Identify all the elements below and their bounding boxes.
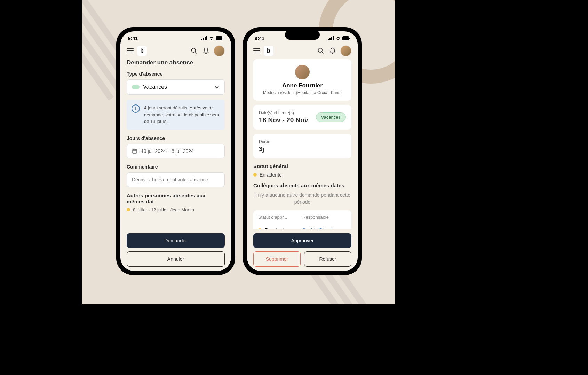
others-absent-title: Autres personnes absentes aux mêmes dat xyxy=(127,193,225,204)
svg-point-18 xyxy=(318,48,323,53)
other-absent-row: 8 juillet - 12 juillet Jean Martin xyxy=(127,207,225,212)
menu-icon[interactable] xyxy=(127,48,134,53)
approval-table: Statut d'appr... Responsable En attente … xyxy=(253,210,351,229)
svg-rect-2 xyxy=(205,37,206,40)
absence-type-select[interactable]: Vacances xyxy=(127,79,225,95)
notch xyxy=(285,30,320,40)
info-text: 4 jours seront déduits. Après votre dema… xyxy=(144,104,220,125)
app-logo[interactable]: b xyxy=(264,46,273,56)
phone-mockup-right: 9:41 b xyxy=(243,27,362,275)
absence-days-label: Jours d'absence xyxy=(127,135,225,141)
menu-icon[interactable] xyxy=(253,48,260,53)
svg-rect-14 xyxy=(331,37,332,40)
svg-line-7 xyxy=(195,52,197,54)
general-status-value: En attente xyxy=(260,172,282,178)
general-status-row: En attente xyxy=(253,172,351,178)
wifi-icon xyxy=(209,36,214,40)
phone-mockup-left: 9:41 b Demander une abs xyxy=(116,27,235,275)
search-icon[interactable] xyxy=(317,47,325,55)
svg-rect-15 xyxy=(333,36,334,40)
app-logo[interactable]: b xyxy=(137,46,147,56)
svg-rect-5 xyxy=(223,38,223,39)
bell-icon[interactable] xyxy=(328,47,337,55)
bell-icon[interactable] xyxy=(202,47,210,55)
colleagues-empty-text: Il n'y a aucune autre demande pendant ce… xyxy=(253,192,351,205)
other-absent-name: Jean Martin xyxy=(170,207,194,212)
date-label: Date(s) et heure(s) xyxy=(259,110,308,115)
page-title: Demander une absence xyxy=(127,59,225,66)
date-value: 18 Nov - 20 Nov xyxy=(259,116,308,124)
info-icon: i xyxy=(132,104,140,113)
app-header: b xyxy=(120,42,231,59)
signal-icon xyxy=(201,36,207,40)
refuse-button[interactable]: Refuser xyxy=(304,251,351,267)
status-dot-pending xyxy=(253,173,257,177)
info-box: i 4 jours seront déduits. Après votre de… xyxy=(127,100,225,130)
wifi-icon xyxy=(335,36,341,40)
absence-type-badge: Vacances xyxy=(316,112,346,122)
status-dot-pending xyxy=(127,208,130,211)
status-time: 9:41 xyxy=(255,36,264,41)
submit-button[interactable]: Demander xyxy=(127,233,225,248)
comment-field[interactable] xyxy=(132,177,220,182)
cancel-button[interactable]: Annuler xyxy=(127,251,225,267)
status-time: 9:41 xyxy=(128,36,138,41)
chevron-down-icon xyxy=(214,84,220,90)
svg-point-6 xyxy=(192,48,196,53)
type-color-dot xyxy=(132,85,140,89)
search-icon[interactable] xyxy=(190,47,198,55)
signal-icon xyxy=(328,36,334,40)
svg-rect-13 xyxy=(329,38,331,40)
profile-role: Médecin résident (Hôpital La Croix - Par… xyxy=(259,90,346,95)
avatar[interactable] xyxy=(340,45,351,56)
avatar[interactable] xyxy=(214,45,225,56)
footer-actions: Approuver Supprimer Refuser xyxy=(247,229,358,271)
general-status-title: Statut général xyxy=(253,163,351,169)
comment-input[interactable] xyxy=(127,172,225,187)
approve-button[interactable]: Approuver xyxy=(253,233,351,248)
duration-value: 3j xyxy=(259,145,346,153)
duration-card: Durée 3j xyxy=(253,134,351,158)
design-canvas: 9:41 b Demander une abs xyxy=(82,0,395,304)
delete-button[interactable]: Supprimer xyxy=(253,251,301,267)
approval-row: En attente Sophie Girard xyxy=(253,224,351,229)
calendar-icon xyxy=(132,148,137,154)
svg-rect-17 xyxy=(349,38,350,39)
svg-rect-0 xyxy=(201,39,202,40)
svg-rect-3 xyxy=(206,36,207,40)
absence-days-value: 10 juil 2024- 18 juil 2024 xyxy=(141,148,194,154)
colleagues-title: Collègues absents aux mêmes dates xyxy=(253,182,351,188)
profile-avatar xyxy=(295,65,310,79)
app-header: b xyxy=(247,42,358,59)
svg-rect-16 xyxy=(342,36,349,40)
comment-label: Commentaire xyxy=(127,164,225,170)
battery-icon xyxy=(216,36,223,40)
other-absent-date: 8 juillet - 12 juillet xyxy=(133,207,168,212)
svg-rect-4 xyxy=(216,36,222,40)
profile-name: Anne Fournier xyxy=(259,82,346,89)
absence-type-value: Vacances xyxy=(143,84,167,90)
svg-rect-8 xyxy=(133,149,137,153)
footer-actions: Demander Annuler xyxy=(120,229,231,271)
absence-days-input[interactable]: 10 juil 2024- 18 juil 2024 xyxy=(127,144,225,158)
profile-card: Anne Fournier Médecin résident (Hôpital … xyxy=(253,59,351,101)
date-card: Date(s) et heure(s) 18 Nov - 20 Nov Vaca… xyxy=(253,105,351,130)
duration-label: Durée xyxy=(259,139,346,144)
svg-rect-12 xyxy=(328,39,329,40)
approval-col-status: Statut d'appr... xyxy=(258,214,302,220)
svg-line-19 xyxy=(322,52,324,54)
status-bar: 9:41 xyxy=(120,31,231,42)
battery-icon xyxy=(342,36,350,40)
approval-col-responsible: Responsable xyxy=(302,214,347,220)
absence-type-label: Type d'absence xyxy=(127,71,225,77)
svg-rect-1 xyxy=(203,38,204,40)
